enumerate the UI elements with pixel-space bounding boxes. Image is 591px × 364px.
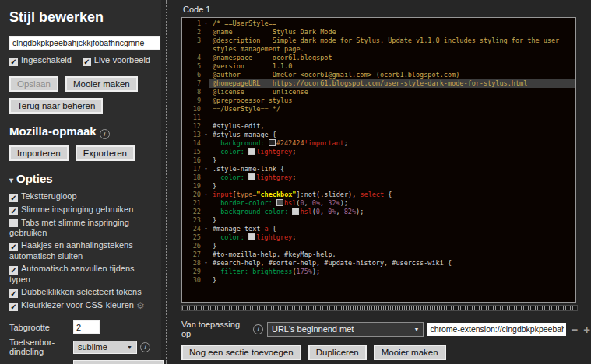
code-line[interactable]: 20▾input[type="checkbox"]:not(.slider), … — [182, 191, 575, 199]
option-checkbox-box[interactable]: ✓ — [9, 207, 18, 215]
code-line-text[interactable]: @namespace ocor61.blogspot — [209, 54, 575, 62]
code-line-text[interactable]: @author OmeCor <ocor61@gmail.com> (ocor6… — [209, 71, 575, 79]
style-name-input[interactable] — [9, 36, 160, 50]
fold-arrow-icon[interactable]: ▾ — [202, 131, 209, 139]
duplicate-section-button[interactable]: Dupliceren — [308, 345, 367, 360]
keymap-info-icon[interactable]: i — [140, 342, 150, 352]
code-line[interactable]: 23} — [182, 216, 575, 225]
option-checkbox-item[interactable]: ✓Tekstterugloop — [9, 191, 153, 202]
keymap-select[interactable]: sublime▼ — [73, 341, 137, 354]
option-checkbox-box[interactable]: ✓ — [9, 194, 18, 202]
code-line-text[interactable]: color: lightgrey; — [209, 173, 575, 182]
option-checkbox-box[interactable]: ✓ — [9, 289, 18, 298]
code-line[interactable]: 6@author OmeCor <ocor61@gmail.com> (ocor… — [182, 71, 575, 79]
import-button[interactable]: Importeren — [9, 145, 69, 161]
code-line-text[interactable]: #manage-text a { — [209, 225, 575, 233]
code-line[interactable]: 26} — [182, 242, 575, 250]
code-line-text[interactable]: background: #242424!important; — [209, 139, 575, 148]
remove-applies-to-button[interactable]: − — [570, 324, 579, 335]
code-line[interactable]: 18 color: lightgrey; — [182, 173, 575, 182]
colorpicker-settings-gear-icon[interactable]: ⚙ — [136, 300, 145, 311]
option-checkbox-item[interactable]: ✓Automatisch aanvullen tijdens typen — [9, 264, 153, 285]
code-line[interactable]: 8@license unlicense — [182, 88, 575, 96]
option-checkbox-item[interactable]: Tabs met slimme inspringing gebruiken — [9, 218, 153, 238]
code-line[interactable]: 14 background: #242424!important; — [182, 139, 575, 148]
option-checkbox-item[interactable]: ✓Slimme inspringing gebruiken — [9, 205, 153, 215]
code-line[interactable]: 29 filter: brightness(175%); — [182, 268, 575, 276]
code-line[interactable]: 15 color: lightgrey; — [182, 148, 575, 156]
fold-arrow-icon[interactable]: ▾ — [202, 165, 209, 173]
code-line-text[interactable]: @name Stylus Dark Mode — [209, 28, 575, 37]
color-swatch-icon[interactable] — [269, 139, 276, 146]
editor-horizontal-scrollbar[interactable] — [181, 305, 578, 311]
beautify-section-button[interactable]: Mooier maken — [374, 345, 446, 360]
applies-to-info-icon[interactable]: i — [253, 324, 263, 334]
enabled-checkbox[interactable]: ✓Ingeschakeld — [9, 55, 72, 66]
option-checkbox-box[interactable]: ✓ — [9, 303, 18, 311]
code-line-text[interactable]: @description Simple dark mode for Stylus… — [209, 37, 575, 54]
code-line[interactable]: 3@description Simple dark mode for Stylu… — [182, 37, 575, 54]
code-line-text[interactable]: @version 1.1.0 — [209, 62, 575, 71]
option-checkbox-item[interactable]: ✓Haakjes en aanhalingstekens automatisch… — [9, 240, 153, 261]
mozilla-info-icon[interactable]: i — [100, 129, 110, 139]
code-line[interactable]: 4@namespace ocor61.blogspot — [182, 54, 575, 62]
code-line-text[interactable] — [209, 114, 575, 122]
applies-to-type-select[interactable]: URL's beginnend met▼ — [267, 322, 424, 337]
code-line-text[interactable]: .style-name-link { — [209, 165, 575, 173]
code-line[interactable]: 1▾/* ==UserStyle== — [182, 19, 575, 28]
options-heading[interactable]: ▾Opties — [9, 172, 153, 185]
code-line-text[interactable]: } — [209, 276, 575, 285]
code-line[interactable]: 13▾#stylus-manage { — [182, 131, 575, 139]
option-checkbox-item[interactable]: ✓Dubbelklikken selecteert tokens — [9, 287, 153, 298]
code-line-text[interactable]: input[type="checkbox"]:not(.slider), sel… — [209, 191, 575, 199]
code-line[interactable]: 17▾.style-name-link { — [182, 165, 575, 173]
fold-arrow-icon[interactable]: ▾ — [202, 259, 209, 268]
code-line[interactable]: 24▾#manage-text a { — [182, 225, 575, 233]
code-line[interactable]: 2@name Stylus Dark Mode — [182, 28, 575, 37]
fold-arrow-icon[interactable]: ▾ — [202, 225, 209, 233]
add-applies-to-button[interactable]: + — [582, 324, 591, 335]
color-swatch-icon[interactable] — [276, 199, 283, 206]
code-line-text[interactable]: border-color: hsl(0, 0%, 32%); — [209, 199, 575, 208]
code-line-text[interactable]: @license unlicense — [209, 88, 575, 96]
applies-to-url-input[interactable] — [427, 323, 566, 336]
color-swatch-icon[interactable] — [292, 208, 299, 215]
sidebar-resize-handle[interactable] — [166, 0, 167, 364]
code-line-text[interactable]: #to-mozilla-help, #keyMap-help, — [209, 250, 575, 259]
code-line-text[interactable]: /* ==UserStyle== — [209, 19, 575, 28]
code-line[interactable]: 10==/UserStyle== */ — [182, 105, 575, 114]
live-preview-checkbox[interactable]: ✓Live-voorbeeld — [83, 55, 150, 66]
code-line[interactable]: 19} — [182, 182, 575, 191]
option-checkbox-box[interactable]: ✓ — [9, 266, 18, 275]
code-line-text[interactable]: background-color: hsl(0, 0%, 82%); — [209, 208, 575, 216]
code-line[interactable]: 9@preprocessor stylus — [182, 96, 575, 105]
code-line[interactable]: 25 color: lightgrey; — [182, 233, 575, 242]
code-line[interactable]: 28▾#search-help, #sorter-help, #update-h… — [182, 259, 575, 268]
code-line-text[interactable]: } — [209, 216, 575, 225]
code-line[interactable]: 11 — [182, 114, 575, 122]
export-button[interactable]: Exporteren — [76, 145, 135, 161]
code-line-text[interactable]: filter: brightness(175%); — [209, 268, 575, 276]
save-button[interactable]: Opslaan — [9, 76, 58, 92]
tab-size-input[interactable] — [73, 320, 100, 334]
code-editor[interactable]: 1▾/* ==UserStyle==2@name Stylus Dark Mod… — [181, 17, 576, 303]
code-line[interactable]: 21 border-color: hsl(0, 0%, 32%); — [182, 199, 575, 208]
code-line[interactable]: 27#to-mozilla-help, #keyMap-help, — [182, 250, 575, 259]
code-line[interactable]: 30} — [182, 276, 575, 285]
fold-arrow-icon[interactable]: ▾ — [202, 19, 209, 28]
code-line-text[interactable]: #stylus-edit, — [209, 122, 575, 131]
code-line[interactable]: 16} — [182, 156, 575, 165]
option-checkbox-box[interactable]: ✓ — [9, 243, 18, 251]
fold-arrow-icon[interactable]: ▾ — [202, 191, 209, 199]
back-to-manage-button[interactable]: Terug naar beheren — [9, 98, 103, 114]
code-line[interactable]: 22 background-color: hsl(0, 0%, 82%); — [182, 208, 575, 216]
code-line-text[interactable]: } — [209, 182, 575, 191]
code-line-text[interactable]: color: lightgrey; — [209, 148, 575, 156]
live-preview-checkbox-box[interactable]: ✓ — [83, 58, 91, 66]
code-line[interactable]: 7@homepageURL https://ocor61.blogspot.co… — [182, 79, 575, 88]
beautify-button[interactable]: Mooier maken — [65, 76, 138, 92]
code-line-text[interactable]: ==/UserStyle== */ — [209, 105, 575, 114]
code-line-text[interactable]: color: lightgrey; — [209, 233, 575, 242]
option-checkbox-box[interactable] — [9, 219, 18, 227]
code-line-text[interactable]: } — [209, 156, 575, 165]
